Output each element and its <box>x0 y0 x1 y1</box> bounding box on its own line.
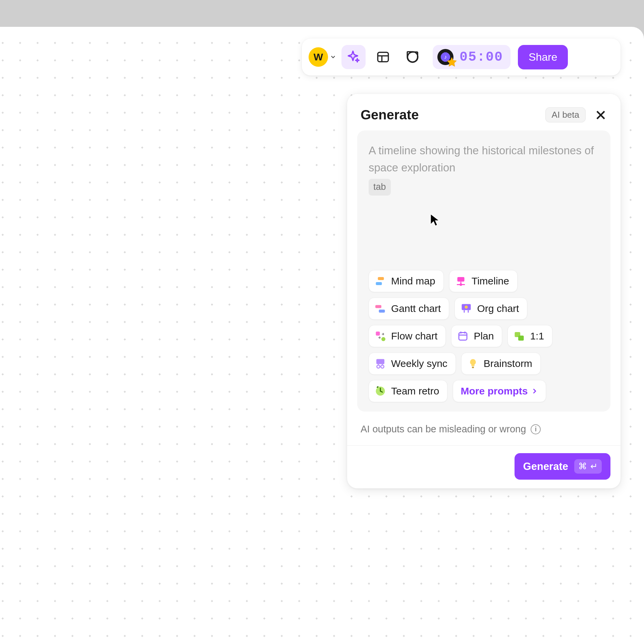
timer-vinyl-icon <box>436 48 455 66</box>
chip-label: Brainstorm <box>484 358 532 369</box>
weeklysync-icon <box>374 358 386 370</box>
sparkle-icon <box>346 50 361 64</box>
generate-button-label: Generate <box>523 461 568 473</box>
cursor-pointer-icon <box>429 213 441 226</box>
svg-rect-11 <box>375 305 381 308</box>
chip-label: Flow chart <box>391 330 437 342</box>
template-chip-brainstorm[interactable]: Brainstorm <box>461 353 541 375</box>
svg-point-26 <box>377 365 380 368</box>
template-chip-plan[interactable]: Plan <box>451 325 502 347</box>
ai-disclaimer: AI outputs can be misleading or wrong i <box>347 412 621 445</box>
prompt-placeholder: A timeline showing the historical milest… <box>369 142 599 196</box>
chip-label: 1:1 <box>530 330 544 342</box>
timer-widget[interactable]: 05:00 <box>433 45 511 69</box>
more-prompts-button[interactable]: More prompts <box>453 380 546 402</box>
svg-rect-25 <box>376 359 384 364</box>
close-icon <box>594 109 607 121</box>
template-chip-timeline[interactable]: Timeline <box>449 270 518 292</box>
chat-icon <box>406 50 420 64</box>
info-icon[interactable]: i <box>531 424 541 434</box>
top-toolbar: W 05:00 Share <box>302 39 621 75</box>
svg-rect-0 <box>378 52 388 62</box>
user-menu[interactable]: W <box>309 47 336 67</box>
template-chips: Mind map Timeline Gantt chart Org chart <box>369 270 599 402</box>
svg-rect-30 <box>472 367 474 368</box>
template-chip-org-chart[interactable]: Org chart <box>454 298 527 320</box>
template-chip-gantt[interactable]: Gantt chart <box>369 298 449 320</box>
generate-panel: Generate AI beta A timeline showing the … <box>347 94 621 488</box>
ai-sparkle-button[interactable] <box>341 45 366 69</box>
chip-label: Weekly sync <box>391 358 447 369</box>
chevron-right-icon <box>531 387 538 395</box>
gantt-icon <box>374 303 386 315</box>
tab-hint: tab <box>369 179 391 196</box>
chip-label: Timeline <box>472 275 509 287</box>
prompt-input-area[interactable]: A timeline showing the historical milest… <box>357 130 610 412</box>
timeline-icon <box>455 275 467 287</box>
teamretro-icon <box>374 385 386 397</box>
share-button[interactable]: Share <box>518 45 568 69</box>
panel-title: Generate <box>361 107 540 122</box>
flowchart-icon <box>374 330 386 342</box>
svg-rect-24 <box>518 336 524 341</box>
shortcut-hint: ⌘ ↵ <box>574 459 602 474</box>
brainstorm-icon <box>467 358 479 370</box>
svg-rect-12 <box>379 310 385 313</box>
avatar: W <box>309 47 328 67</box>
more-prompts-label: More prompts <box>461 385 528 397</box>
layout-icon <box>376 50 390 64</box>
chip-label: Plan <box>474 330 494 342</box>
chip-label: Team retro <box>391 385 439 397</box>
star-icon <box>446 56 458 68</box>
template-chip-flow-chart[interactable]: Flow chart <box>369 325 446 347</box>
svg-rect-5 <box>378 277 384 280</box>
timer-value: 05:00 <box>460 50 503 65</box>
chevron-down-icon <box>330 54 336 60</box>
chip-label: Mind map <box>391 275 435 287</box>
ai-beta-badge: AI beta <box>545 107 586 122</box>
template-chip-weekly-sync[interactable]: Weekly sync <box>369 353 456 375</box>
oneonone-icon <box>513 330 525 342</box>
template-chip-team-retro[interactable]: Team retro <box>369 380 447 402</box>
chip-label: Gantt chart <box>391 303 441 314</box>
template-chip-one-on-one[interactable]: 1:1 <box>507 325 552 347</box>
svg-rect-6 <box>376 282 382 285</box>
close-button[interactable] <box>594 109 607 121</box>
svg-point-27 <box>381 365 384 368</box>
svg-point-18 <box>381 337 385 341</box>
svg-point-14 <box>465 306 468 309</box>
mindmap-icon <box>374 275 386 287</box>
template-chip-mind-map[interactable]: Mind map <box>369 270 444 292</box>
svg-rect-7 <box>457 277 464 282</box>
orgchart-icon <box>460 303 472 315</box>
svg-rect-17 <box>376 332 380 336</box>
svg-rect-19 <box>459 333 467 340</box>
layout-button[interactable] <box>371 45 395 69</box>
chat-button[interactable] <box>400 45 425 69</box>
generate-button[interactable]: Generate ⌘ ↵ <box>515 453 610 480</box>
plan-icon <box>457 330 469 342</box>
chip-label: Org chart <box>477 303 519 314</box>
